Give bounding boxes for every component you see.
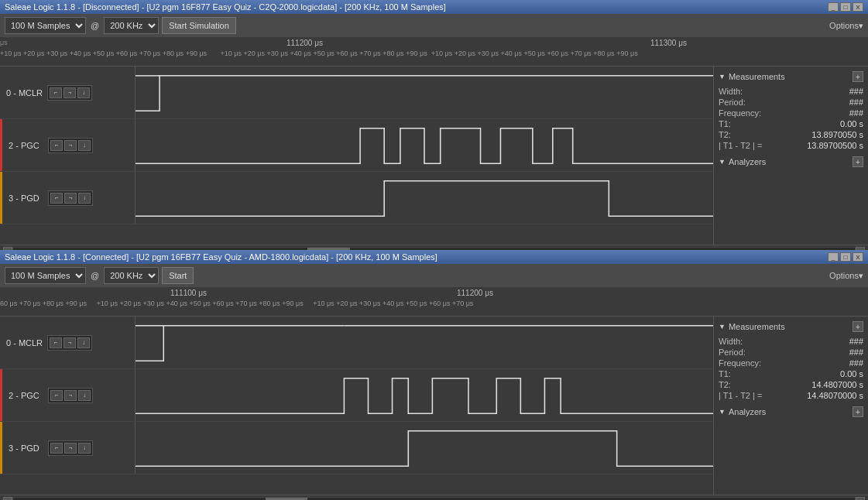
start-button-bottom[interactable]: Start <box>162 267 194 284</box>
ch-ctrl-1-pgd-bottom[interactable]: ⌐ <box>50 443 63 454</box>
channel-label-mclr-bottom: 0 - MCLR ⌐ ¬ ↓ <box>0 317 136 368</box>
channel-name-pgc-top: 2 - PGC <box>9 141 43 150</box>
signal-area-pgd-bottom <box>136 422 713 474</box>
analyzers-add-bottom[interactable]: + <box>853 406 863 417</box>
channel-label-pgd-top: 3 - PGD ⌐ ¬ ↓ <box>0 172 136 224</box>
analyzers-header-bottom: ▼ Analyzers + <box>719 406 863 417</box>
maximize-button-bottom[interactable]: □ <box>840 252 851 262</box>
ch-ctrl-3-pgc-top[interactable]: ↓ <box>78 140 91 151</box>
close-button-top[interactable]: X <box>853 2 863 12</box>
analyzers-add-top[interactable]: + <box>853 156 863 167</box>
meas-t1-bottom: T1: 0.00 s <box>719 369 863 378</box>
us-label-top: μs <box>0 39 8 46</box>
channel-row-pgd-top: 3 - PGD ⌐ ¬ ↓ <box>0 172 713 224</box>
samples-select-top[interactable]: 100 M Samples <box>5 17 86 34</box>
ch-ctrl-1-pgc-bottom[interactable]: ⌐ <box>50 390 63 401</box>
bottom-main-content: 0 - MCLR ⌐ ¬ ↓ <box>0 317 868 495</box>
options-button-bottom[interactable]: Options▾ <box>829 271 863 281</box>
measurements-header-bottom: ▼ Measurements + <box>719 321 863 332</box>
maximize-button-top[interactable]: □ <box>840 2 851 12</box>
ch-ctrl-2-pgc-top[interactable]: ¬ <box>64 140 77 151</box>
ch-ctrl-3-mclr-bottom[interactable]: ↓ <box>77 337 90 348</box>
bottom-window-controls: _ □ X <box>828 252 863 262</box>
start-simulation-button[interactable]: Start Simulation <box>162 17 236 34</box>
close-button-bottom[interactable]: X <box>853 252 863 262</box>
freq-select-top[interactable]: 200 KHz <box>104 17 159 34</box>
ch-ctrl-3-pgd-top[interactable]: ↓ <box>78 193 91 204</box>
ch-ctrl-1-pgd-top[interactable]: ⌐ <box>50 193 63 204</box>
measurements-title-top: ▼ Measurements <box>719 72 785 81</box>
ch-ctrl-3-pgc-bottom[interactable]: ↓ <box>78 390 91 401</box>
time-center-label-bottom1: 111100 μs <box>170 289 207 297</box>
signal-area-pgc-top <box>136 119 713 171</box>
analyzers-triangle-top: ▼ <box>719 158 726 166</box>
measurements-table-bottom: Width: ### Period: ### Frequency: ### T1… <box>719 337 863 400</box>
channel-name-pgd-top: 3 - PGD <box>9 193 43 203</box>
ch-ctrl-2-pgd-bottom[interactable]: ¬ <box>64 443 77 454</box>
top-toolbar: 100 M Samples @ 200 KHz Start Simulation… <box>0 14 868 37</box>
top-window-controls: _ □ X <box>828 2 863 12</box>
scroll-right-btn-bottom[interactable] <box>856 497 865 501</box>
measurements-header-top: ▼ Measurements + <box>719 71 863 82</box>
triangle-icon-top: ▼ <box>719 73 726 80</box>
meas-diff-bottom: | T1 - T2 | = 14.48070000 s <box>719 391 863 400</box>
meas-period-bottom: Period: ### <box>719 348 863 357</box>
ch-ctrl-1-mclr-top[interactable]: ⌐ <box>50 87 62 98</box>
time-ticks-bottom: 60 μs +70 μs +80 μs +90 μs +10 μs +20 μs… <box>0 300 473 307</box>
bottom-channels-col: 0 - MCLR ⌐ ¬ ↓ <box>0 317 713 495</box>
bottom-window: Saleae Logic 1.1.8 - [Connected] - [U2 p… <box>0 250 868 500</box>
scroll-left-btn-bottom[interactable] <box>3 497 12 501</box>
ch-ctrl-3-pgd-bottom[interactable]: ↓ <box>78 443 91 454</box>
top-channels-col: 0 - MCLR ⌐ ¬ ↓ <box>0 67 713 245</box>
ch-ctrl-3-mclr-top[interactable]: ↓ <box>77 87 90 98</box>
meas-diff-top: | T1 - T2 | = 13.89700500 s <box>719 141 863 150</box>
freq-select-bottom[interactable]: 200 KHz <box>104 267 159 284</box>
ch-ctrl-2-pgc-bottom[interactable]: ¬ <box>64 390 77 401</box>
measurements-table-top: Width: ### Period: ### Frequency: ### T1… <box>719 87 863 150</box>
measurements-add-top[interactable]: + <box>853 71 863 82</box>
signal-area-mclr-bottom <box>136 317 713 368</box>
signal-area-pgc-bottom <box>136 369 713 421</box>
ch-ctrl-2-pgd-top[interactable]: ¬ <box>64 193 77 204</box>
analyzers-title-top: ▼ Analyzers <box>719 157 766 166</box>
time-center-label-bottom2: 111200 μs <box>457 289 493 297</box>
scrollbar-top[interactable] <box>0 245 868 250</box>
channel-name-pgc-bottom: 2 - PGC <box>9 391 43 400</box>
samples-select-bottom[interactable]: 100 M Samples <box>5 267 86 284</box>
ch-ctrl-2-mclr-bottom[interactable]: ¬ <box>63 337 76 348</box>
scroll-thumb-bottom[interactable] <box>266 498 307 501</box>
analyzers-triangle-bottom: ▼ <box>719 408 726 416</box>
meas-width-bottom: Width: ### <box>719 337 863 346</box>
channel-label-mclr-top: 0 - MCLR ⌐ ¬ ↓ <box>0 67 136 118</box>
time-ruler-bottom: 111100 μs 111200 μs 60 μs +70 μs +80 μs … <box>0 287 868 317</box>
top-main-content: 0 - MCLR ⌐ ¬ ↓ <box>0 67 868 245</box>
channel-label-pgd-bottom: 3 - PGD ⌐ ¬ ↓ <box>0 422 136 474</box>
ch-ctrl-1-pgc-top[interactable]: ⌐ <box>50 140 63 151</box>
ch-controls-pgd-top: ⌐ ¬ ↓ <box>48 190 93 206</box>
ch-ctrl-2-mclr-top[interactable]: ¬ <box>63 87 76 98</box>
channel-row-pgc-bottom: 2 - PGC ⌐ ¬ ↓ <box>0 369 713 422</box>
measurements-add-bottom[interactable]: + <box>853 321 863 332</box>
top-window-title: Saleae Logic 1.1.8 - [Disconnected] - [U… <box>5 2 446 12</box>
top-title-bar: Saleae Logic 1.1.8 - [Disconnected] - [U… <box>0 0 868 14</box>
channel-name-pgd-bottom: 3 - PGD <box>9 443 43 453</box>
bottom-window-title: Saleae Logic 1.1.8 - [Connected] - [U2 p… <box>5 252 437 262</box>
channel-row-mclr-top: 0 - MCLR ⌐ ¬ ↓ <box>0 67 713 119</box>
ch-controls-pgd-bottom: ⌐ ¬ ↓ <box>48 440 93 456</box>
measurements-title-bottom: ▼ Measurements <box>719 322 785 331</box>
minimize-button-bottom[interactable]: _ <box>828 252 839 262</box>
channel-name-mclr-bottom: 0 - MCLR <box>6 338 43 348</box>
meas-t2-top: T2: 13.8970050 s <box>719 130 863 139</box>
bottom-toolbar: 100 M Samples @ 200 KHz Start Options▾ <box>0 264 868 287</box>
meas-period-top: Period: ### <box>719 98 863 107</box>
signal-area-mclr-top <box>136 67 713 118</box>
ch-ctrl-1-mclr-bottom[interactable]: ⌐ <box>50 337 62 348</box>
scrollbar-bottom[interactable] <box>0 495 868 500</box>
options-button-top[interactable]: Options▾ <box>829 21 863 31</box>
ch-controls-mclr-bottom: ⌐ ¬ ↓ <box>47 335 92 351</box>
signal-area-pgd-top <box>136 172 713 224</box>
channel-row-pgd-bottom: 3 - PGD ⌐ ¬ ↓ <box>0 422 713 474</box>
channel-name-mclr-top: 0 - MCLR <box>6 88 43 98</box>
minimize-button-top[interactable]: _ <box>828 2 839 12</box>
meas-freq-top: Frequency: ### <box>719 108 863 118</box>
